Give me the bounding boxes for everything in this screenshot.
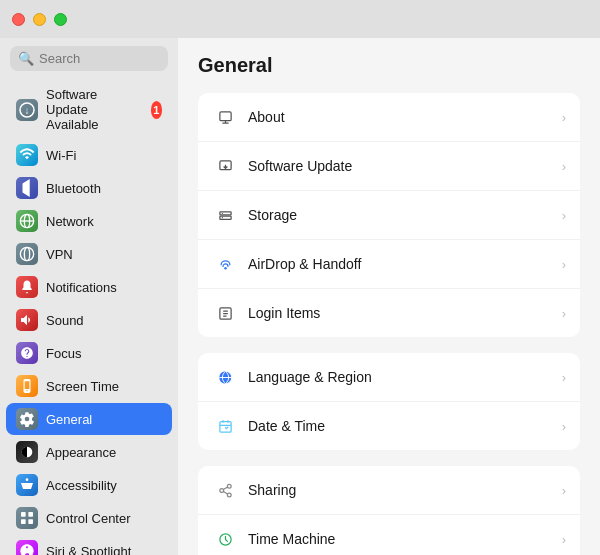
controlcenter-icon <box>16 507 38 529</box>
language-row-icon <box>212 364 238 390</box>
sidebar-label-siri: Siri & Spotlight <box>46 544 131 556</box>
maximize-button[interactable] <box>54 13 67 26</box>
software-update-row-icon <box>212 153 238 179</box>
accessibility-icon <box>16 474 38 496</box>
datetime-row-label: Date & Time <box>248 418 552 434</box>
settings-row-storage[interactable]: Storage› <box>198 191 580 240</box>
datetime-chevron: › <box>562 419 566 434</box>
sidebar-label-network: Network <box>46 214 94 229</box>
airdrop-row-label: AirDrop & Handoff <box>248 256 552 272</box>
siri-icon <box>16 540 38 555</box>
settings-row-language[interactable]: Language & Region› <box>198 353 580 402</box>
sidebar-item-notifications[interactable]: Notifications <box>6 271 172 303</box>
svg-rect-12 <box>28 519 33 524</box>
settings-group-2: Sharing›Time Machine›Transfer or Reset›S… <box>198 466 580 555</box>
sidebar-item-network[interactable]: Network <box>6 205 172 237</box>
sidebar-items: Wi-FiBluetoothNetworkVPNNotificationsSou… <box>0 138 178 555</box>
svg-point-17 <box>221 212 222 213</box>
sidebar-label-focus: Focus <box>46 346 81 361</box>
sidebar: 🔍 ↓ Software Update Available 1 Wi-FiBlu… <box>0 38 178 555</box>
sidebar-item-bluetooth[interactable]: Bluetooth <box>6 172 172 204</box>
svg-rect-15 <box>219 211 230 214</box>
about-row-label: About <box>248 109 552 125</box>
storage-chevron: › <box>562 208 566 223</box>
search-box[interactable]: 🔍 <box>10 46 168 71</box>
sidebar-item-siri[interactable]: Siri & Spotlight <box>6 535 172 555</box>
sidebar-item-sound[interactable]: Sound <box>6 304 172 336</box>
settings-groups: About›Software Update›Storage›AirDrop & … <box>198 93 580 555</box>
software-update-badge: 1 <box>151 101 162 119</box>
sidebar-item-softwareupdate[interactable]: ↓ Software Update Available 1 <box>6 82 172 137</box>
bluetooth-icon <box>16 177 38 199</box>
notifications-icon <box>16 276 38 298</box>
settings-row-login-items[interactable]: Login Items› <box>198 289 580 337</box>
airdrop-row-icon <box>212 251 238 277</box>
settings-row-software-update[interactable]: Software Update› <box>198 142 580 191</box>
svg-point-25 <box>227 493 231 497</box>
sidebar-software-update-label: Software Update Available <box>46 87 143 132</box>
sidebar-item-accessibility[interactable]: Accessibility <box>6 469 172 501</box>
sidebar-item-focus[interactable]: Focus <box>6 337 172 369</box>
storage-row-icon <box>212 202 238 228</box>
svg-rect-22 <box>219 421 230 432</box>
wifi-icon <box>16 144 38 166</box>
close-button[interactable] <box>12 13 25 26</box>
svg-point-8 <box>26 478 29 481</box>
appearance-icon <box>16 441 38 463</box>
sidebar-item-controlcenter[interactable]: Control Center <box>6 502 172 534</box>
about-row-icon <box>212 104 238 130</box>
settings-row-airdrop[interactable]: AirDrop & Handoff› <box>198 240 580 289</box>
sidebar-label-notifications: Notifications <box>46 280 117 295</box>
sharing-row-icon <box>212 477 238 503</box>
sidebar-label-wifi: Wi-Fi <box>46 148 76 163</box>
svg-point-19 <box>224 267 227 270</box>
software-update-row-label: Software Update <box>248 158 552 174</box>
svg-point-18 <box>221 217 222 218</box>
search-input[interactable] <box>39 51 160 66</box>
sidebar-label-accessibility: Accessibility <box>46 478 117 493</box>
timemachine-row-label: Time Machine <box>248 531 552 547</box>
sidebar-label-appearance: Appearance <box>46 445 116 460</box>
settings-row-timemachine[interactable]: Time Machine› <box>198 515 580 555</box>
sidebar-item-appearance[interactable]: Appearance <box>6 436 172 468</box>
network-icon <box>16 210 38 232</box>
svg-rect-13 <box>219 111 230 120</box>
svg-point-23 <box>227 484 231 488</box>
sidebar-item-general[interactable]: General <box>6 403 172 435</box>
sidebar-item-wifi[interactable]: Wi-Fi <box>6 139 172 171</box>
airdrop-chevron: › <box>562 257 566 272</box>
content-area: General About›Software Update›Storage›Ai… <box>178 38 600 555</box>
search-icon: 🔍 <box>18 51 34 66</box>
main-container: 🔍 ↓ Software Update Available 1 Wi-FiBlu… <box>0 38 600 555</box>
title-bar <box>0 0 600 38</box>
storage-row-label: Storage <box>248 207 552 223</box>
svg-point-6 <box>24 247 29 260</box>
sidebar-item-vpn[interactable]: VPN <box>6 238 172 270</box>
settings-row-about[interactable]: About› <box>198 93 580 142</box>
sidebar-label-controlcenter: Control Center <box>46 511 131 526</box>
settings-row-datetime[interactable]: Date & Time› <box>198 402 580 450</box>
svg-rect-9 <box>21 512 26 517</box>
login-items-row-label: Login Items <box>248 305 552 321</box>
sidebar-item-screentime[interactable]: Screen Time <box>6 370 172 402</box>
general-icon <box>16 408 38 430</box>
language-chevron: › <box>562 370 566 385</box>
settings-row-sharing[interactable]: Sharing› <box>198 466 580 515</box>
login-items-row-icon <box>212 300 238 326</box>
vpn-icon <box>16 243 38 265</box>
svg-rect-10 <box>28 512 33 517</box>
sidebar-label-general: General <box>46 412 92 427</box>
sidebar-label-bluetooth: Bluetooth <box>46 181 101 196</box>
software-update-chevron: › <box>562 159 566 174</box>
sound-icon <box>16 309 38 331</box>
sidebar-label-sound: Sound <box>46 313 84 328</box>
timemachine-chevron: › <box>562 532 566 547</box>
svg-rect-16 <box>219 216 230 219</box>
language-row-label: Language & Region <box>248 369 552 385</box>
about-chevron: › <box>562 110 566 125</box>
sharing-row-label: Sharing <box>248 482 552 498</box>
svg-point-24 <box>219 488 223 492</box>
page-title: General <box>198 54 580 77</box>
minimize-button[interactable] <box>33 13 46 26</box>
svg-text:↓: ↓ <box>25 105 30 116</box>
